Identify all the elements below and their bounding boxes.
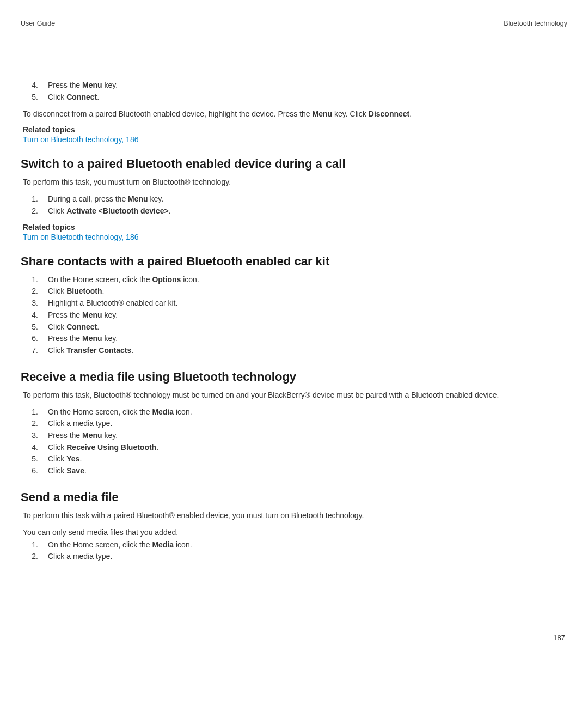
step-number: 1. (23, 193, 38, 205)
list-item: 4.Click Receive Using Bluetooth. (21, 442, 567, 454)
step-text: Press the Menu key. (48, 430, 118, 442)
s3-intro: To perform this task, Bluetooth® technol… (21, 389, 567, 401)
step-number: 2. (23, 205, 38, 217)
step-number: 5. (23, 92, 38, 104)
step-number: 2. (23, 418, 38, 430)
list-item: 4.Press the Menu key. (21, 309, 567, 321)
step-number: 3. (23, 297, 38, 309)
step-number: 5. (23, 453, 38, 465)
step-number: 7. (23, 345, 38, 357)
step-number: 1. (23, 406, 38, 418)
step-text: Press the Menu key. (48, 333, 118, 345)
step-number: 5. (23, 321, 38, 333)
list-item: 5.Click Connect. (21, 92, 567, 104)
list-item: 5.Click Connect. (21, 321, 567, 333)
s4-intro1: To perform this task with a paired Bluet… (21, 510, 567, 521)
step-text: Press the Menu key. (48, 80, 118, 92)
step-text: Click Receive Using Bluetooth. (48, 442, 158, 454)
heading-receive-media: Receive a media file using Bluetooth tec… (21, 370, 567, 384)
list-item: 3.Highlight a Bluetooth® enabled car kit… (21, 297, 567, 309)
s4-steps: 1.On the Home screen, click the Media ic… (21, 539, 567, 563)
step-number: 4. (23, 309, 38, 321)
list-item: 7.Click Transfer Contacts. (21, 345, 567, 357)
list-item: 2.Click a media type. (21, 418, 567, 430)
heading-share-contacts: Share contacts with a paired Bluetooth e… (21, 254, 567, 269)
step-text: Press the Menu key. (48, 309, 118, 321)
list-item: 3.Press the Menu key. (21, 430, 567, 442)
list-item: 2.Click Activate <Bluetooth device>. (21, 205, 567, 217)
step-number: 3. (23, 430, 38, 442)
step-number: 6. (23, 333, 38, 345)
step-text: Click Connect. (48, 321, 99, 333)
header-left: User Guide (21, 20, 55, 27)
list-item: 6.Click Save. (21, 465, 567, 477)
list-item: 1.On the Home screen, click the Options … (21, 274, 567, 286)
step-text: Click Transfer Contacts. (48, 345, 133, 357)
list-item: 1.During a call, press the Menu key. (21, 193, 567, 205)
step-text: Click Yes. (48, 453, 82, 465)
heading-send-media: Send a media file (21, 490, 567, 504)
related-topics-heading: Related topics (21, 125, 567, 134)
s2-steps: 1.On the Home screen, click the Options … (21, 274, 567, 357)
related-link-turn-on-bluetooth[interactable]: Turn on Bluetooth technology, 186 (21, 135, 567, 144)
intro-steps-list: 4.Press the Menu key.5.Click Connect. (21, 80, 567, 103)
step-text: On the Home screen, click the Options ic… (48, 274, 199, 286)
step-number: 1. (23, 274, 38, 286)
step-text: Click Connect. (48, 92, 99, 104)
step-text: Click Bluetooth. (48, 285, 104, 297)
list-item: 5.Click Yes. (21, 453, 567, 465)
step-text: Click Save. (48, 465, 87, 477)
step-text: On the Home screen, click the Media icon… (48, 539, 192, 551)
list-item: 4.Press the Menu key. (21, 80, 567, 92)
page-number: 187 (553, 634, 565, 642)
step-number: 6. (23, 465, 38, 477)
step-number: 4. (23, 80, 38, 92)
list-item: 6.Press the Menu key. (21, 333, 567, 345)
list-item: 2.Click Bluetooth. (21, 285, 567, 297)
step-number: 2. (23, 551, 38, 563)
step-text: During a call, press the Menu key. (48, 193, 163, 205)
related-topics-heading-2: Related topics (21, 223, 567, 232)
step-number: 2. (23, 285, 38, 297)
s1-steps: 1.During a call, press the Menu key.2.Cl… (21, 193, 567, 217)
s3-steps: 1.On the Home screen, click the Media ic… (21, 406, 567, 477)
step-text: Click a media type. (48, 418, 112, 430)
step-number: 1. (23, 539, 38, 551)
page-header: User Guide Bluetooth technology (21, 20, 567, 27)
step-number: 4. (23, 442, 38, 454)
list-item: 1.On the Home screen, click the Media ic… (21, 539, 567, 551)
related-link-turn-on-bluetooth-2[interactable]: Turn on Bluetooth technology, 186 (21, 233, 567, 241)
step-text: On the Home screen, click the Media icon… (48, 406, 192, 418)
disconnect-note: To disconnect from a paired Bluetooth en… (21, 108, 567, 120)
list-item: 1.On the Home screen, click the Media ic… (21, 406, 567, 418)
heading-switch-device: Switch to a paired Bluetooth enabled dev… (21, 157, 567, 171)
header-right: Bluetooth technology (504, 20, 567, 27)
s4-intro2: You can only send media files that you a… (21, 527, 567, 538)
step-text: Click a media type. (48, 551, 112, 563)
step-text: Click Activate <Bluetooth device>. (48, 205, 171, 217)
step-text: Highlight a Bluetooth® enabled car kit. (48, 297, 177, 309)
s1-intro: To perform this task, you must turn on B… (21, 176, 567, 188)
list-item: 2.Click a media type. (21, 551, 567, 563)
